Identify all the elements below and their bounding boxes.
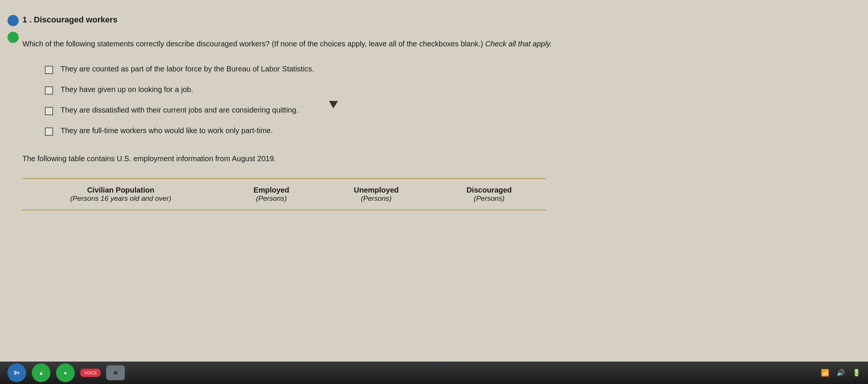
col-subheader-discouraged: (Persons) — [444, 194, 535, 203]
checkbox-item-4[interactable]: They are full-time workers who would lik… — [45, 126, 650, 136]
checkbox-item-1[interactable]: They are counted as part of the labor fo… — [45, 65, 650, 74]
taskbar-right: 📶 🔊 🔋 — [821, 369, 861, 377]
checkbox-2[interactable] — [45, 86, 53, 95]
wifi-icon: 📶 — [821, 369, 829, 377]
main-content: 1 . Discouraged workers Which of the fol… — [0, 0, 673, 225]
taskbar-btn-green[interactable]: ▲ — [32, 363, 50, 382]
col-header-discouraged: Discouraged (Persons) — [433, 179, 546, 210]
taskbar-voice-button[interactable]: VOICE — [80, 369, 101, 377]
checkbox-1[interactable] — [45, 66, 53, 74]
volume-icon: 🔊 — [837, 369, 845, 377]
checkboxes-section: They are counted as part of the labor fo… — [45, 65, 650, 136]
checkbox-item-2[interactable]: They have given up on looking for a job. — [45, 85, 650, 95]
col-header-civilian: Civilian Population (Persons 16 years ol… — [22, 179, 223, 210]
taskbar-left: 9+ ▲ ● VOICE ≋ — [7, 363, 125, 382]
question-title: Discouraged workers — [34, 15, 118, 24]
question-body: Which of the following statements correc… — [22, 38, 650, 50]
question-body-text: Which of the following statements correc… — [22, 40, 483, 48]
taskbar: 9+ ▲ ● VOICE ≋ 📶 🔊 🔋 — [0, 362, 868, 384]
employment-table: Civilian Population (Persons 16 years ol… — [22, 178, 546, 211]
checkbox-label-2[interactable]: They have given up on looking for a job. — [61, 85, 193, 94]
col-subheader-civilian: (Persons 16 years old and over) — [30, 194, 212, 203]
question-number: 1 — [22, 15, 27, 24]
taskbar-btn-extra[interactable]: ≋ — [106, 365, 125, 380]
table-header-row: Civilian Population (Persons 16 years ol… — [22, 179, 546, 210]
table-intro: The following table contains U.S. employ… — [22, 154, 650, 163]
question-check-instruction: Check all that apply. — [485, 40, 552, 48]
col-subheader-employed: (Persons) — [234, 194, 309, 203]
taskbar-btn-blue[interactable]: 9+ — [7, 363, 26, 382]
checkbox-4[interactable] — [45, 128, 53, 136]
left-dot-1 — [7, 15, 19, 26]
col-header-employed: Employed (Persons) — [223, 179, 320, 210]
col-subheader-unemployed: (Persons) — [331, 194, 421, 203]
checkbox-item-3[interactable]: They are dissatisfied with their current… — [45, 106, 650, 115]
left-decorative-dots — [7, 15, 19, 43]
col-header-unemployed: Unemployed (Persons) — [320, 179, 433, 210]
battery-icon: 🔋 — [852, 369, 861, 377]
taskbar-btn-circle[interactable]: ● — [56, 363, 75, 382]
checkbox-label-4[interactable]: They are full-time workers who would lik… — [61, 126, 273, 135]
checkbox-3[interactable] — [45, 107, 53, 115]
left-dot-2 — [7, 32, 19, 43]
checkbox-label-3[interactable]: They are dissatisfied with their current… — [61, 106, 298, 114]
notification-badge: 9+ — [14, 370, 20, 376]
checkbox-label-1[interactable]: They are counted as part of the labor fo… — [61, 65, 314, 73]
question-header: 1 . Discouraged workers — [22, 15, 650, 25]
